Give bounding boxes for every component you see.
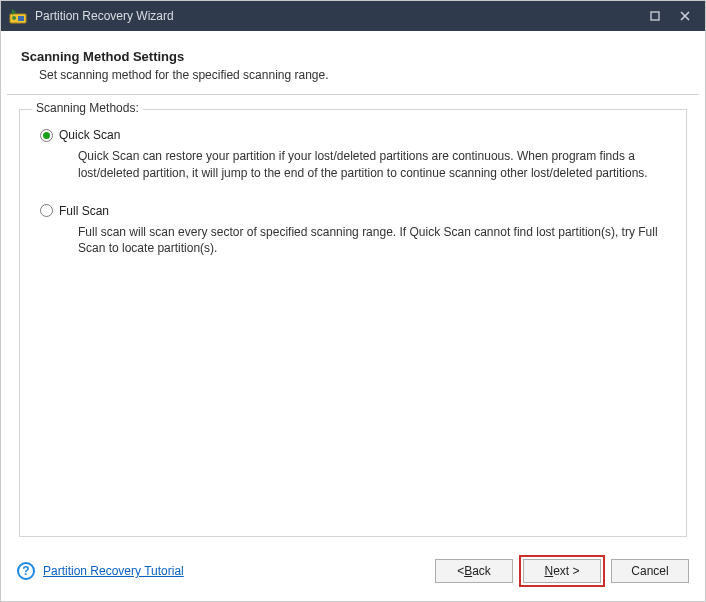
page-subtitle: Set scanning method for the specified sc… bbox=[39, 68, 685, 82]
close-button[interactable] bbox=[671, 5, 699, 27]
back-mnemonic: B bbox=[464, 564, 472, 578]
next-button[interactable]: Next > bbox=[523, 559, 601, 583]
svg-rect-3 bbox=[651, 12, 659, 20]
help-icon: ? bbox=[17, 562, 35, 580]
option-description: Quick Scan can restore your partition if… bbox=[78, 148, 658, 182]
next-suffix: ext > bbox=[553, 564, 579, 578]
tutorial-link[interactable]: Partition Recovery Tutorial bbox=[43, 564, 184, 578]
content: Scanning Methods: Quick Scan Quick Scan … bbox=[1, 95, 705, 545]
next-button-highlight: Next > bbox=[519, 555, 605, 587]
window-controls bbox=[641, 5, 699, 27]
option-description: Full scan will scan every sector of spec… bbox=[78, 224, 658, 258]
maximize-button[interactable] bbox=[641, 5, 669, 27]
svg-point-1 bbox=[12, 16, 16, 20]
option-label: Full Scan bbox=[59, 204, 109, 218]
header: Scanning Method Settings Set scanning me… bbox=[1, 31, 705, 94]
svg-rect-2 bbox=[18, 16, 24, 21]
footer: ? Partition Recovery Tutorial < Back Nex… bbox=[1, 545, 705, 601]
next-mnemonic: N bbox=[544, 564, 553, 578]
group-legend: Scanning Methods: bbox=[32, 101, 143, 115]
help-area: ? Partition Recovery Tutorial bbox=[17, 562, 184, 580]
option-full-scan: Full Scan Full scan will scan every sect… bbox=[38, 204, 668, 258]
radio-indicator-icon bbox=[40, 204, 53, 217]
back-suffix: ack bbox=[472, 564, 491, 578]
back-prefix: < bbox=[457, 564, 464, 578]
back-button[interactable]: < Back bbox=[435, 559, 513, 583]
window-title: Partition Recovery Wizard bbox=[35, 9, 641, 23]
page-title: Scanning Method Settings bbox=[21, 49, 685, 64]
radio-indicator-icon bbox=[40, 129, 53, 142]
title-bar: Partition Recovery Wizard bbox=[1, 1, 705, 31]
cancel-button[interactable]: Cancel bbox=[611, 559, 689, 583]
option-quick-scan: Quick Scan Quick Scan can restore your p… bbox=[38, 128, 668, 182]
radio-full-scan[interactable]: Full Scan bbox=[40, 204, 668, 218]
app-icon bbox=[9, 7, 27, 25]
radio-quick-scan[interactable]: Quick Scan bbox=[40, 128, 668, 142]
option-label: Quick Scan bbox=[59, 128, 120, 142]
scanning-methods-group: Scanning Methods: Quick Scan Quick Scan … bbox=[19, 109, 687, 537]
